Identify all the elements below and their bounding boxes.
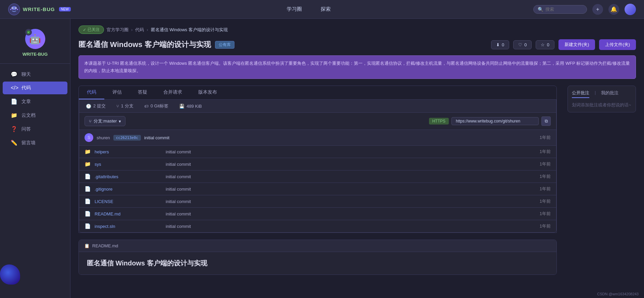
- file-name[interactable]: .gitignore: [95, 187, 162, 192]
- comment-input-placeholder[interactable]: 划词添加批注或者你想说的话~: [572, 102, 632, 108]
- readme-title: 匿名通信 Windows 客户端的设计与实现: [87, 259, 548, 268]
- main-content: ✓ 已关注 官方学习圈 › 代码 › 匿名通信 Windows 客户端的设计与实…: [70, 19, 644, 298]
- table-row[interactable]: 📄 .gitignore initial commit 1年前: [79, 183, 556, 195]
- readme-body: 匿名通信 Windows 客户端的设计与实现: [79, 252, 556, 275]
- branch-label: 分支:master: [94, 118, 117, 124]
- check-icon: ✓: [83, 28, 86, 32]
- branch-select-icon: ⑂: [89, 119, 92, 124]
- star-icon: ☆: [541, 42, 545, 47]
- table-row[interactable]: 📄 inspect.sln initial commit 1年前: [79, 220, 556, 232]
- sidebar-item-chat[interactable]: 💬 聊天: [3, 68, 67, 81]
- sidebar-name: WRITE-BUG: [22, 52, 48, 57]
- breadcrumb-sep-2: ›: [147, 27, 148, 32]
- branch-select[interactable]: ⑂ 分支:master ▾: [85, 116, 125, 126]
- tabs: 代码 评估 答疑 合并请求 版本发布: [79, 86, 556, 100]
- repo-title: 匿名通信 Windows 客户端的设计与实现: [78, 40, 211, 50]
- comment-tabs: 公开批注 | 我的批注: [572, 90, 632, 98]
- file-name[interactable]: helpers: [95, 149, 162, 154]
- breadcrumb-current: 匿名通信 Windows 客户端的设计与实现: [151, 27, 228, 33]
- like-button[interactable]: ♡ 0: [513, 40, 532, 49]
- table-row[interactable]: 📄 .gitattributes initial commit 1年前: [79, 170, 556, 183]
- nav-xuexiquan[interactable]: 学习圈: [284, 5, 305, 14]
- sidebar-item-cloud[interactable]: 📁 云文档: [3, 109, 67, 122]
- tab-private-comment[interactable]: 我的批注: [601, 90, 619, 98]
- size-icon: 💾: [179, 104, 184, 109]
- repo-description: 本课题基于 U-TRI 匿名通信系统，设计一个 Windows 匿名通信客户端。…: [78, 55, 636, 79]
- qa-icon: ❓: [11, 126, 17, 132]
- tab-review[interactable]: 评估: [104, 86, 130, 99]
- follow-button[interactable]: ✓ 已关注: [78, 26, 104, 34]
- sidebar-item-code[interactable]: </> 代码: [3, 82, 67, 94]
- size-label: 489 KiB: [186, 104, 202, 109]
- download-button[interactable]: ⬇ 0: [491, 40, 509, 49]
- sidebar-item-guestbook[interactable]: ✏️ 留言墙: [3, 136, 67, 149]
- stat-commits: 🕐 2 提交: [86, 103, 106, 109]
- search-input[interactable]: [545, 7, 583, 12]
- file-commit: initial commit: [166, 224, 536, 229]
- repo-header: 匿名通信 Windows 客户端的设计与实现 公有库 ⬇ 0 ♡ 0 ☆ 0 新…: [78, 39, 636, 50]
- file-name[interactable]: sys: [95, 162, 162, 167]
- folder-icon: 📁: [85, 161, 91, 167]
- cloud-icon: 📁: [11, 112, 17, 118]
- tabs-container: 代码 评估 答疑 合并请求 版本发布 🕐 2 提交 ⑂: [78, 86, 557, 233]
- file-name[interactable]: README.md: [95, 211, 162, 216]
- tab-code[interactable]: 代码: [79, 86, 104, 99]
- tab-merge[interactable]: 合并请求: [155, 86, 190, 99]
- table-row[interactable]: 📄 LICENSE initial commit 1年前: [79, 195, 556, 208]
- svg-point-4: [12, 7, 13, 8]
- new-file-button[interactable]: 新建文件(夹): [558, 39, 595, 50]
- notification-button[interactable]: 🔔: [608, 4, 619, 15]
- file-list: S shuren cc26213e0c initial commit 1年前 📁…: [79, 130, 556, 233]
- file-name[interactable]: LICENSE: [95, 199, 162, 204]
- file-time: 1年前: [540, 223, 551, 229]
- guestbook-icon: ✏️: [11, 140, 17, 146]
- nav-tansuo[interactable]: 探索: [318, 5, 333, 14]
- file-commit: initial commit: [166, 174, 536, 179]
- file-name[interactable]: .gitattributes: [95, 174, 162, 179]
- copy-icon: ⧉: [545, 118, 548, 124]
- comment-box: 公开批注 | 我的批注 划词添加批注或者你想说的话~: [568, 86, 636, 112]
- comment-tab-sep: |: [595, 90, 596, 98]
- footer: CSDN @wm1634208243: [592, 290, 644, 298]
- file-icon: 📄: [85, 223, 91, 229]
- chevron-down-icon: ▾: [119, 119, 121, 124]
- file-icon: 📄: [85, 186, 91, 192]
- copy-button[interactable]: ⧉: [541, 116, 551, 126]
- commit-author[interactable]: shuren: [97, 135, 110, 140]
- logo[interactable]: WRITE-BUG NEW: [8, 3, 71, 15]
- readme-label: README.md: [92, 243, 118, 248]
- tags-label: 0 Git标签: [151, 103, 168, 109]
- breadcrumb-xuexiquan[interactable]: 官方学习圈: [107, 27, 128, 33]
- chat-icon: 💬: [11, 71, 17, 78]
- tab-public-comment[interactable]: 公开批注: [572, 90, 589, 98]
- svg-point-7: [17, 9, 18, 10]
- sidebar-item-qa[interactable]: ❓ 问答: [3, 122, 67, 136]
- sidebar-profile: 🤖 ✓ WRITE-BUG: [0, 26, 70, 64]
- table-row[interactable]: 📁 helpers initial commit 1年前: [79, 146, 556, 158]
- repo-main: 代码 评估 答疑 合并请求 版本发布 🕐 2 提交 ⑂: [78, 86, 557, 275]
- breadcrumb-code[interactable]: 代码: [135, 27, 144, 33]
- commit-avatar: S: [85, 133, 93, 142]
- table-row[interactable]: 📁 sys initial commit 1年前: [79, 158, 556, 170]
- upload-button[interactable]: 上传文件(夹): [599, 39, 636, 50]
- clock-icon: 🕐: [86, 104, 91, 109]
- sidebar-item-label-cloud: 云文档: [21, 112, 36, 118]
- sidebar-avatar: 🤖 ✓: [25, 29, 45, 49]
- sidebar-item-article[interactable]: 📄 文章: [3, 95, 67, 108]
- new-badge: NEW: [59, 7, 71, 11]
- breadcrumb: ✓ 已关注 官方学习圈 › 代码 › 匿名通信 Windows 客户端的设计与实…: [78, 26, 636, 34]
- file-name[interactable]: inspect.sln: [95, 224, 162, 229]
- star-button[interactable]: ☆ 0: [536, 40, 554, 49]
- add-button[interactable]: +: [592, 4, 603, 15]
- commit-time: 1年前: [540, 135, 551, 141]
- tab-qa[interactable]: 答疑: [130, 86, 155, 99]
- avatar[interactable]: [625, 4, 636, 15]
- table-row[interactable]: 📄 README.md initial commit 1年前: [79, 208, 556, 220]
- commit-hash[interactable]: cc26213e0c: [113, 135, 141, 141]
- tab-release[interactable]: 版本发布: [190, 86, 225, 99]
- tag-icon: 🏷: [144, 104, 149, 109]
- folder-icon: 📁: [85, 149, 91, 155]
- readme-icon: 📋: [84, 243, 90, 248]
- search-box[interactable]: 🔍: [533, 5, 587, 14]
- file-icon: 📄: [85, 211, 91, 217]
